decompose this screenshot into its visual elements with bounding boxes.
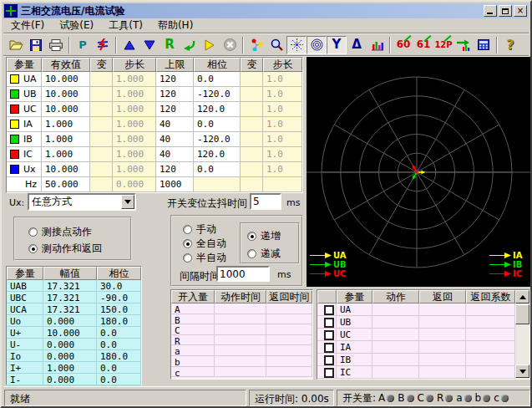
row-checkbox[interactable] <box>324 368 334 378</box>
trigger-button[interactable] <box>93 36 113 54</box>
phase-cell[interactable]: 120.0 <box>194 147 241 162</box>
phase-cell[interactable]: -120.0 <box>194 132 241 147</box>
reset-button[interactable]: R <box>160 36 180 54</box>
help-button[interactable]: ? <box>500 36 520 54</box>
limit-cell[interactable]: 40 <box>156 132 194 147</box>
rms-cell[interactable]: 10.000 <box>42 72 90 87</box>
limit-cell[interactable]: 40 <box>156 147 194 162</box>
menu-help[interactable]: 帮助(H) <box>150 18 200 33</box>
phase-cell[interactable]: 120.0 <box>194 102 241 117</box>
rms-cell[interactable]: 50.000 <box>42 177 90 192</box>
report-12p-button[interactable]: 12P <box>433 36 453 54</box>
debounce-input[interactable] <box>250 193 281 210</box>
print-button[interactable] <box>46 36 66 54</box>
limit-cell[interactable]: 40 <box>156 117 194 132</box>
scroll-down-button[interactable] <box>515 365 529 378</box>
var-cell[interactable] <box>90 72 113 87</box>
crosshair-view-button[interactable] <box>286 36 307 54</box>
step-cell[interactable]: 1.000 <box>113 147 156 162</box>
barchart-view-button[interactable] <box>367 36 387 54</box>
var-cell[interactable] <box>241 117 263 132</box>
menu-file[interactable]: 文件(F) <box>3 18 52 33</box>
undo-button[interactable] <box>180 36 200 54</box>
calculator-button[interactable] <box>474 36 494 54</box>
vertical-scrollbar[interactable] <box>515 290 529 379</box>
zoom-button[interactable] <box>266 36 286 54</box>
row-checkbox[interactable] <box>324 355 334 365</box>
ux-mode-select[interactable]: 任意方式 <box>28 193 136 211</box>
step-cell[interactable] <box>263 177 302 192</box>
phase-cell[interactable]: 0.0 <box>194 162 241 177</box>
phase-cell[interactable]: 0.0 <box>194 117 241 132</box>
row-checkbox[interactable] <box>324 330 334 340</box>
step-cell[interactable]: 1.0 <box>263 147 302 162</box>
var-cell[interactable] <box>90 87 113 102</box>
phase-cell[interactable]: 0.0 <box>194 72 241 87</box>
var-cell[interactable] <box>241 87 263 102</box>
step-cell[interactable]: 1.0 <box>263 72 302 87</box>
var-cell[interactable] <box>241 72 263 87</box>
step-cell[interactable]: 1.0 <box>263 132 302 147</box>
var-cell[interactable] <box>241 102 263 117</box>
rms-cell[interactable]: 10.000 <box>42 102 90 117</box>
rms-cell[interactable]: 1.000 <box>42 147 90 162</box>
step-cell[interactable]: 1.0 <box>263 102 302 117</box>
minimize-button[interactable] <box>484 5 497 17</box>
radio-increase[interactable] <box>247 232 256 241</box>
delta-mode-button[interactable]: Δ <box>347 36 367 54</box>
wye-mode-button[interactable]: Y <box>327 36 347 54</box>
start-button[interactable] <box>200 36 220 54</box>
var-cell[interactable] <box>241 147 263 162</box>
step-cell[interactable]: 1.000 <box>113 87 156 102</box>
stop-button[interactable] <box>220 36 240 54</box>
maximize-button[interactable] <box>499 5 512 17</box>
step-cell[interactable]: 1.0 <box>263 117 302 132</box>
phase-cell[interactable] <box>194 177 241 192</box>
open-button[interactable] <box>6 36 26 54</box>
scroll-thumb[interactable] <box>515 304 529 324</box>
menu-tools[interactable]: 工具(T) <box>101 18 150 33</box>
radio-full-auto[interactable] <box>183 239 192 248</box>
step-cell[interactable]: 1.000 <box>113 117 156 132</box>
var-cell[interactable] <box>241 132 263 147</box>
step-cell[interactable]: 1.000 <box>113 72 156 87</box>
rms-cell[interactable]: 1.000 <box>42 117 90 132</box>
row-checkbox[interactable] <box>324 305 334 315</box>
limit-cell[interactable]: 1000 <box>156 177 194 192</box>
lower-button[interactable] <box>139 36 160 54</box>
var-cell[interactable] <box>90 117 113 132</box>
limit-cell[interactable]: 120 <box>156 87 194 102</box>
step-cell[interactable]: 1.000 <box>113 132 156 147</box>
var-cell[interactable] <box>90 147 113 162</box>
limit-cell[interactable]: 120 <box>156 162 194 177</box>
save-button[interactable] <box>26 36 46 54</box>
step-cell[interactable]: 1.0 <box>263 87 302 102</box>
dropdown-button[interactable] <box>121 195 134 209</box>
row-checkbox[interactable] <box>324 343 334 353</box>
radio-contact-action[interactable] <box>28 227 38 237</box>
rms-cell[interactable]: 10.000 <box>42 87 90 102</box>
menu-test[interactable]: 试验(E) <box>52 18 101 33</box>
radio-manual[interactable] <box>183 225 192 234</box>
step-cell[interactable]: 0.000 <box>113 177 156 192</box>
export-button[interactable] <box>453 36 474 54</box>
var-cell[interactable] <box>90 162 113 177</box>
var-cell[interactable] <box>90 177 113 192</box>
var-cell[interactable] <box>241 177 263 192</box>
step-cell[interactable]: 1.000 <box>113 162 156 177</box>
radio-decrease[interactable] <box>247 249 256 258</box>
step-cell[interactable]: 1.0 <box>263 162 302 177</box>
rms-cell[interactable]: 10.000 <box>42 162 90 177</box>
var-cell[interactable] <box>90 132 113 147</box>
radio-semi-auto[interactable] <box>183 253 192 263</box>
polar-view-button[interactable] <box>307 36 327 54</box>
pause-button[interactable]: P <box>73 36 93 54</box>
title-bar[interactable]: 三相交流电压/电流试验 × <box>3 3 529 18</box>
row-checkbox[interactable] <box>324 318 334 328</box>
raise-button[interactable] <box>119 36 139 54</box>
interval-input[interactable] <box>216 266 270 282</box>
close-button[interactable]: × <box>514 5 527 17</box>
step-cell[interactable]: 1.000 <box>113 102 156 117</box>
phase-cell[interactable]: -120.0 <box>194 87 241 102</box>
limit-cell[interactable]: 120 <box>156 72 194 87</box>
